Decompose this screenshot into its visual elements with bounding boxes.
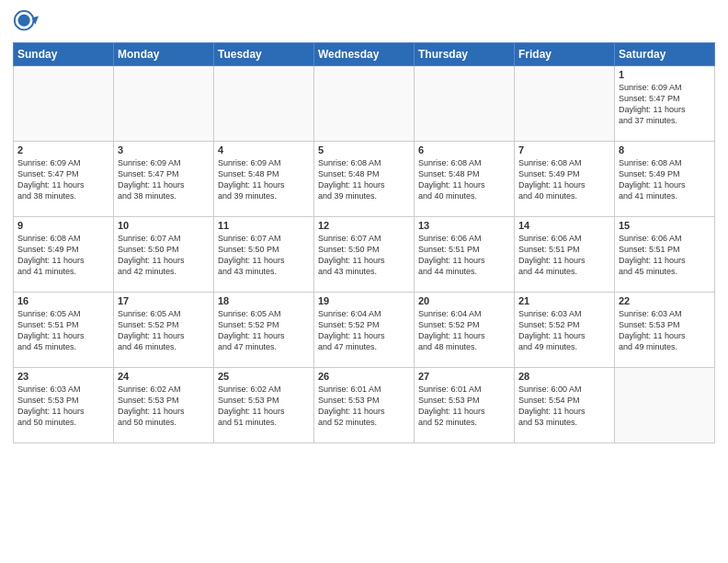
weekday-header-friday: Friday bbox=[515, 43, 615, 66]
calendar-page: SundayMondayTuesdayWednesdayThursdayFrid… bbox=[0, 0, 728, 563]
day-cell: 20Sunrise: 6:04 AM Sunset: 5:52 PM Dayli… bbox=[415, 293, 515, 368]
day-number: 19 bbox=[318, 295, 410, 306]
week-row-4: 16Sunrise: 6:05 AM Sunset: 5:51 PM Dayli… bbox=[14, 293, 715, 368]
day-cell: 27Sunrise: 6:01 AM Sunset: 5:53 PM Dayli… bbox=[415, 368, 515, 443]
svg-point-1 bbox=[18, 15, 30, 27]
day-number: 6 bbox=[418, 144, 510, 155]
day-number: 27 bbox=[418, 371, 510, 382]
day-cell: 19Sunrise: 6:04 AM Sunset: 5:52 PM Dayli… bbox=[314, 293, 415, 368]
day-number: 21 bbox=[518, 295, 610, 306]
day-info: Sunrise: 6:04 AM Sunset: 5:52 PM Dayligh… bbox=[418, 308, 510, 353]
day-info: Sunrise: 6:01 AM Sunset: 5:53 PM Dayligh… bbox=[418, 384, 510, 429]
day-cell: 24Sunrise: 6:02 AM Sunset: 5:53 PM Dayli… bbox=[114, 368, 214, 443]
day-number: 3 bbox=[118, 144, 210, 155]
day-number: 18 bbox=[218, 295, 310, 306]
day-number: 28 bbox=[518, 371, 610, 382]
day-cell bbox=[615, 368, 715, 443]
day-info: Sunrise: 6:09 AM Sunset: 5:47 PM Dayligh… bbox=[17, 157, 109, 202]
day-info: Sunrise: 6:09 AM Sunset: 5:48 PM Dayligh… bbox=[218, 157, 310, 202]
day-info: Sunrise: 6:05 AM Sunset: 5:52 PM Dayligh… bbox=[218, 308, 310, 353]
day-number: 15 bbox=[619, 220, 711, 231]
logo-icon bbox=[13, 9, 39, 35]
day-info: Sunrise: 6:09 AM Sunset: 5:47 PM Dayligh… bbox=[619, 82, 711, 127]
day-cell: 15Sunrise: 6:06 AM Sunset: 5:51 PM Dayli… bbox=[615, 217, 715, 293]
day-number: 13 bbox=[418, 220, 510, 231]
day-cell: 22Sunrise: 6:03 AM Sunset: 5:53 PM Dayli… bbox=[615, 293, 715, 368]
week-row-2: 2Sunrise: 6:09 AM Sunset: 5:47 PM Daylig… bbox=[14, 142, 715, 217]
day-cell: 25Sunrise: 6:02 AM Sunset: 5:53 PM Dayli… bbox=[214, 368, 314, 443]
day-info: Sunrise: 6:08 AM Sunset: 5:49 PM Dayligh… bbox=[619, 157, 711, 202]
day-info: Sunrise: 6:08 AM Sunset: 5:48 PM Dayligh… bbox=[418, 157, 510, 202]
weekday-header-sunday: Sunday bbox=[14, 43, 114, 66]
day-number: 12 bbox=[318, 220, 410, 231]
day-cell: 28Sunrise: 6:00 AM Sunset: 5:54 PM Dayli… bbox=[515, 368, 615, 443]
day-cell: 6Sunrise: 6:08 AM Sunset: 5:48 PM Daylig… bbox=[415, 142, 515, 217]
day-cell bbox=[515, 66, 615, 142]
day-cell: 18Sunrise: 6:05 AM Sunset: 5:52 PM Dayli… bbox=[214, 293, 314, 368]
day-info: Sunrise: 6:05 AM Sunset: 5:51 PM Dayligh… bbox=[17, 308, 109, 353]
day-info: Sunrise: 6:07 AM Sunset: 5:50 PM Dayligh… bbox=[218, 233, 310, 278]
day-cell: 21Sunrise: 6:03 AM Sunset: 5:52 PM Dayli… bbox=[515, 293, 615, 368]
day-info: Sunrise: 6:06 AM Sunset: 5:51 PM Dayligh… bbox=[418, 233, 510, 278]
weekday-header-wednesday: Wednesday bbox=[314, 43, 415, 66]
day-number: 9 bbox=[17, 220, 109, 231]
day-info: Sunrise: 6:08 AM Sunset: 5:48 PM Dayligh… bbox=[318, 157, 410, 202]
day-info: Sunrise: 6:03 AM Sunset: 5:53 PM Dayligh… bbox=[619, 308, 711, 353]
day-cell: 2Sunrise: 6:09 AM Sunset: 5:47 PM Daylig… bbox=[14, 142, 114, 217]
day-cell bbox=[114, 66, 214, 142]
day-cell: 1Sunrise: 6:09 AM Sunset: 5:47 PM Daylig… bbox=[615, 66, 715, 142]
week-row-3: 9Sunrise: 6:08 AM Sunset: 5:49 PM Daylig… bbox=[14, 217, 715, 293]
day-number: 10 bbox=[118, 220, 210, 231]
day-number: 20 bbox=[418, 295, 510, 306]
day-number: 26 bbox=[318, 371, 410, 382]
day-cell: 16Sunrise: 6:05 AM Sunset: 5:51 PM Dayli… bbox=[14, 293, 114, 368]
day-number: 17 bbox=[118, 295, 210, 306]
day-number: 7 bbox=[518, 144, 610, 155]
day-info: Sunrise: 6:01 AM Sunset: 5:53 PM Dayligh… bbox=[318, 384, 410, 429]
day-cell: 13Sunrise: 6:06 AM Sunset: 5:51 PM Dayli… bbox=[415, 217, 515, 293]
weekday-header-thursday: Thursday bbox=[415, 43, 515, 66]
day-info: Sunrise: 6:02 AM Sunset: 5:53 PM Dayligh… bbox=[118, 384, 210, 429]
day-info: Sunrise: 6:09 AM Sunset: 5:47 PM Dayligh… bbox=[118, 157, 210, 202]
day-info: Sunrise: 6:08 AM Sunset: 5:49 PM Dayligh… bbox=[518, 157, 610, 202]
weekday-header-monday: Monday bbox=[114, 43, 214, 66]
day-number: 5 bbox=[318, 144, 410, 155]
day-number: 25 bbox=[218, 371, 310, 382]
day-cell: 14Sunrise: 6:06 AM Sunset: 5:51 PM Dayli… bbox=[515, 217, 615, 293]
day-cell: 8Sunrise: 6:08 AM Sunset: 5:49 PM Daylig… bbox=[615, 142, 715, 217]
day-cell bbox=[214, 66, 314, 142]
day-cell: 26Sunrise: 6:01 AM Sunset: 5:53 PM Dayli… bbox=[314, 368, 415, 443]
day-number: 24 bbox=[118, 371, 210, 382]
weekday-header-row: SundayMondayTuesdayWednesdayThursdayFrid… bbox=[14, 43, 715, 66]
day-number: 16 bbox=[17, 295, 109, 306]
day-info: Sunrise: 6:03 AM Sunset: 5:52 PM Dayligh… bbox=[518, 308, 610, 353]
day-cell: 23Sunrise: 6:03 AM Sunset: 5:53 PM Dayli… bbox=[14, 368, 114, 443]
day-cell: 12Sunrise: 6:07 AM Sunset: 5:50 PM Dayli… bbox=[314, 217, 415, 293]
day-number: 1 bbox=[619, 69, 711, 80]
day-cell: 3Sunrise: 6:09 AM Sunset: 5:47 PM Daylig… bbox=[114, 142, 214, 217]
day-cell: 10Sunrise: 6:07 AM Sunset: 5:50 PM Dayli… bbox=[114, 217, 214, 293]
day-number: 22 bbox=[619, 295, 711, 306]
header bbox=[13, 9, 715, 35]
day-cell: 17Sunrise: 6:05 AM Sunset: 5:52 PM Dayli… bbox=[114, 293, 214, 368]
day-info: Sunrise: 6:04 AM Sunset: 5:52 PM Dayligh… bbox=[318, 308, 410, 353]
weekday-header-tuesday: Tuesday bbox=[214, 43, 314, 66]
day-number: 14 bbox=[518, 220, 610, 231]
day-cell: 11Sunrise: 6:07 AM Sunset: 5:50 PM Dayli… bbox=[214, 217, 314, 293]
day-info: Sunrise: 6:06 AM Sunset: 5:51 PM Dayligh… bbox=[518, 233, 610, 278]
day-cell bbox=[314, 66, 415, 142]
day-info: Sunrise: 6:06 AM Sunset: 5:51 PM Dayligh… bbox=[619, 233, 711, 278]
day-number: 4 bbox=[218, 144, 310, 155]
weekday-header-saturday: Saturday bbox=[615, 43, 715, 66]
day-cell: 7Sunrise: 6:08 AM Sunset: 5:49 PM Daylig… bbox=[515, 142, 615, 217]
day-info: Sunrise: 6:07 AM Sunset: 5:50 PM Dayligh… bbox=[318, 233, 410, 278]
day-info: Sunrise: 6:05 AM Sunset: 5:52 PM Dayligh… bbox=[118, 308, 210, 353]
day-cell bbox=[14, 66, 114, 142]
day-info: Sunrise: 6:00 AM Sunset: 5:54 PM Dayligh… bbox=[518, 384, 610, 429]
day-number: 2 bbox=[17, 144, 109, 155]
day-number: 11 bbox=[218, 220, 310, 231]
day-cell: 5Sunrise: 6:08 AM Sunset: 5:48 PM Daylig… bbox=[314, 142, 415, 217]
day-info: Sunrise: 6:07 AM Sunset: 5:50 PM Dayligh… bbox=[118, 233, 210, 278]
week-row-1: 1Sunrise: 6:09 AM Sunset: 5:47 PM Daylig… bbox=[14, 66, 715, 142]
logo bbox=[13, 9, 42, 35]
